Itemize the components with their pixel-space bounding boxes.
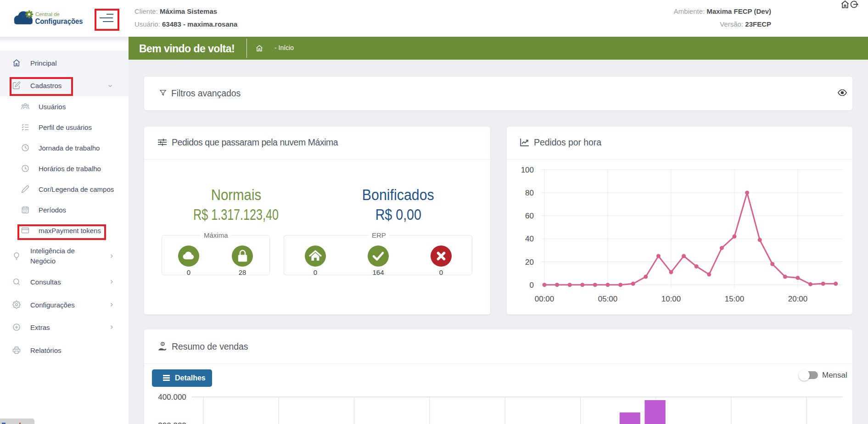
svg-text:20:00: 20:00 xyxy=(788,295,808,303)
svg-text:0: 0 xyxy=(530,281,534,290)
svg-text:20: 20 xyxy=(525,258,534,267)
svg-text:15:00: 15:00 xyxy=(725,295,745,303)
svg-text:05:00: 05:00 xyxy=(598,295,618,303)
svg-text:10:00: 10:00 xyxy=(661,295,681,303)
svg-text:400.000: 400.000 xyxy=(158,393,186,402)
svg-text:60: 60 xyxy=(525,212,534,220)
svg-text:100: 100 xyxy=(521,166,534,174)
svg-text:80: 80 xyxy=(525,189,534,197)
svg-text:Central de: Central de xyxy=(35,11,60,17)
svg-text:Configurações: Configurações xyxy=(35,17,83,26)
svg-text:40: 40 xyxy=(525,234,534,243)
svg-text:300.000: 300.000 xyxy=(158,421,186,424)
svg-text:00:00: 00:00 xyxy=(535,295,554,303)
